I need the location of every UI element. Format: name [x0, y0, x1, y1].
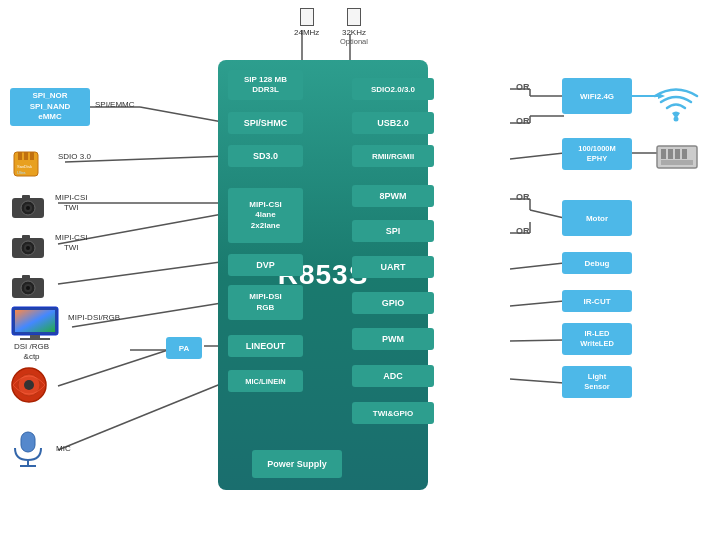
iface-spi-shmc: SPI/SHMC [228, 112, 303, 134]
svg-point-64 [674, 117, 679, 122]
conn-mipi-csi-1: MIPI-CSI TWI [55, 193, 87, 214]
iface-rmii: RMII/RGMII [352, 145, 434, 167]
svg-text:Ultra: Ultra [17, 170, 26, 175]
svg-line-25 [510, 263, 564, 269]
ethernet-icon [655, 142, 699, 176]
ircut-box: IR-CUT [562, 290, 632, 312]
iface-uart: UART [352, 256, 434, 278]
or-label-3: OR [516, 192, 530, 202]
svg-rect-34 [18, 152, 22, 160]
svg-rect-43 [22, 195, 30, 200]
svg-rect-69 [682, 149, 687, 159]
camera-icon-1 [10, 192, 46, 224]
iface-power: Power Supply [252, 450, 342, 478]
mic-icon [10, 430, 46, 472]
svg-rect-35 [24, 152, 28, 160]
display-icon [10, 305, 60, 345]
svg-line-27 [510, 340, 564, 341]
or-label-4: OR [516, 226, 530, 236]
display-label: DSI /RGB&ctp [14, 342, 49, 363]
svg-line-12 [58, 381, 228, 450]
svg-point-42 [26, 206, 30, 210]
iface-mic-linein: MIC/LINEIN [228, 370, 303, 392]
spi-nor-box: SPI_NOR SPI_NAND eMMC [10, 88, 90, 126]
lightsensor-box: Light Sensor [562, 366, 632, 398]
block-diagram: 24MHz 32KHz Optional R853S SIP 128 MB DD… [0, 0, 720, 544]
svg-point-47 [26, 246, 30, 250]
camera-icon-3 [10, 272, 46, 304]
svg-rect-53 [22, 275, 30, 280]
conn-mic: MIC [56, 444, 71, 453]
speaker-icon [10, 366, 48, 408]
conn-sdio: SDIO 3.0 [58, 152, 91, 162]
iface-gpio: GPIO [352, 292, 434, 314]
clock-24mhz: 24MHz [294, 8, 319, 37]
svg-line-7 [58, 261, 228, 284]
svg-line-26 [510, 301, 564, 306]
iface-sip: SIP 128 MB DDR3L [228, 70, 303, 100]
or-label-1: OR [516, 82, 530, 92]
ephy-box: 100/1000M EPHY [562, 138, 632, 170]
svg-line-19 [510, 153, 564, 159]
iface-sd3: SD3.0 [228, 145, 303, 167]
iface-dvp: DVP [228, 254, 303, 276]
iface-sdio: SDIO2.0/3.0 [352, 78, 434, 100]
iface-lineout: LINEOUT [228, 335, 303, 357]
debug-box: Debug [562, 252, 632, 274]
iface-adc: ADC [352, 365, 434, 387]
svg-line-28 [510, 379, 564, 383]
svg-rect-68 [675, 149, 680, 159]
svg-rect-70 [661, 160, 693, 165]
svg-rect-57 [20, 338, 50, 340]
iface-twi-gpio: TWI&GPIO [352, 402, 434, 424]
svg-rect-48 [22, 235, 30, 240]
svg-text:SanDisk: SanDisk [17, 164, 32, 169]
svg-rect-66 [661, 149, 666, 159]
wifi-box: WiFi2.4G [562, 78, 632, 114]
svg-point-60 [24, 380, 34, 390]
motor-box: Motor [562, 200, 632, 236]
svg-point-52 [26, 286, 30, 290]
svg-rect-67 [668, 149, 673, 159]
clock-32khz: 32KHz Optional [340, 8, 368, 46]
svg-rect-36 [30, 152, 34, 160]
sdcard-icon: SanDisk Ultra [10, 148, 50, 180]
svg-rect-61 [21, 432, 35, 452]
pa-box: PA [166, 337, 202, 359]
iface-8pwm: 8PWM [352, 185, 434, 207]
svg-line-3 [140, 107, 228, 123]
svg-rect-55 [15, 310, 55, 332]
conn-mipi-dsi: MIPI-DSI/RGB [68, 313, 120, 322]
wifi-icon [652, 83, 700, 127]
iface-usb: USB2.0 [352, 112, 434, 134]
iface-pwm: PWM [352, 328, 434, 350]
svg-line-22 [530, 210, 564, 218]
iface-spi-r: SPI [352, 220, 434, 242]
iface-mipi-dsi: MIPI-DSI RGB [228, 285, 303, 320]
or-label-2: OR [516, 116, 530, 126]
camera-icon-2 [10, 232, 46, 264]
conn-spi-emmc: SPI/EMMC [95, 100, 135, 109]
iface-mipi-csi: MIPI-CSI 4lane 2x2lane [228, 188, 303, 243]
irled-box: IR-LED WriteLED [562, 323, 632, 355]
svg-line-11 [58, 350, 168, 386]
conn-mipi-csi-2: MIPI-CSI TWI [55, 233, 87, 254]
